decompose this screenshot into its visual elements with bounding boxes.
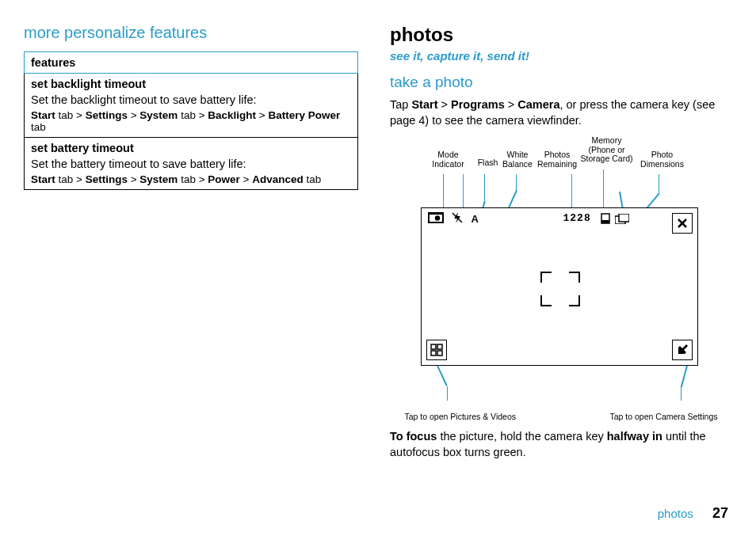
row1-path: Start tab > Settings > System tab > Back… [31, 109, 351, 133]
row2-body: Set the battery timeout to save battery … [31, 158, 351, 170]
label-settings: Tap to open Camera Settings [610, 412, 718, 421]
page-footer: photos 27 [658, 505, 728, 522]
photos-title: photos [390, 24, 728, 46]
svg-rect-13 [431, 351, 436, 355]
focus-bracket [540, 272, 552, 283]
white-balance-indicator: A [471, 213, 478, 225]
page-number: 27 [712, 505, 728, 521]
focus-bracket [540, 295, 552, 306]
label-mode: Mode Indicator [429, 150, 468, 169]
svg-rect-3 [430, 212, 434, 215]
close-button[interactable] [672, 213, 693, 234]
footer-section: photos [658, 507, 693, 520]
camera-diagram: Mode Indicator Flash White Balance Photo… [405, 136, 714, 421]
label-gallery: Tap to open Pictures & Videos [405, 412, 516, 421]
flash-icon [452, 212, 463, 226]
svg-rect-8 [619, 214, 629, 222]
features-table: features set backlight timeout Set the b… [24, 51, 358, 190]
row2-path: Start tab > Settings > System tab > Powe… [31, 173, 351, 185]
label-flash: Flash [476, 158, 500, 168]
focus-paragraph: To focus the picture, hold the camera ke… [390, 429, 728, 460]
label-memory: Memory (Phone or Storage Card) [579, 136, 635, 164]
dimensions-icon [615, 213, 629, 227]
viewfinder: A 1228 [421, 207, 698, 366]
svg-rect-6 [601, 220, 609, 223]
svg-rect-14 [437, 351, 442, 355]
photos-subtitle: see it, capture it, send it! [390, 49, 728, 63]
svg-point-2 [434, 215, 439, 220]
personalize-heading: more personalize features [24, 24, 358, 42]
label-wb: White Balance [500, 150, 536, 169]
take-photo-heading: take a photo [390, 74, 728, 91]
focus-bracket [569, 272, 580, 283]
focus-bracket [569, 295, 580, 306]
photos-remaining-counter: 1228 [563, 212, 591, 224]
memory-icon [601, 213, 610, 227]
table-header: features [25, 52, 358, 74]
row2-title: set battery timeout [31, 142, 351, 154]
row1-title: set backlight timeout [31, 78, 351, 90]
gallery-button[interactable] [426, 340, 447, 360]
settings-button[interactable] [672, 340, 693, 360]
camera-mode-icon [428, 212, 444, 226]
svg-rect-11 [431, 344, 436, 349]
label-dims: Photo Dimensions [639, 150, 686, 169]
intro-paragraph: Tap Start > Programs > Camera, or press … [390, 97, 728, 128]
row1-body: Set the backlight timeout to save batter… [31, 93, 351, 106]
label-remaining: Photos Remaining [536, 150, 579, 169]
svg-rect-12 [437, 344, 442, 349]
